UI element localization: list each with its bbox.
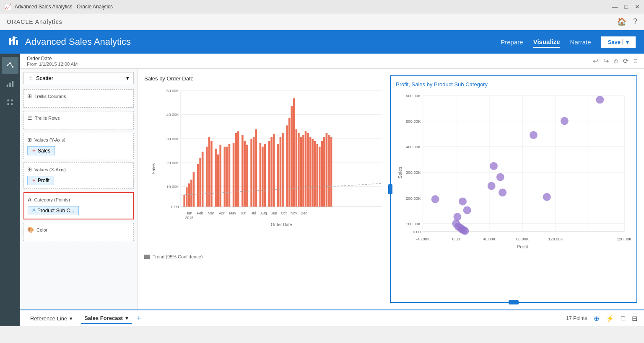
svg-text:200.00K: 200.00K [406,196,421,201]
svg-text:30.00K: 30.00K [166,137,179,141]
lightning-icon[interactable]: ⚡ [606,315,614,322]
nav-visualize[interactable]: Visualize [533,36,560,48]
svg-text:40.00K: 40.00K [166,113,179,117]
svg-text:100.00K: 100.00K [406,222,421,226]
svg-rect-28 [183,195,185,207]
svg-rect-45 [233,143,235,206]
chart-type-label: Scatter [36,75,53,81]
redo-icon[interactable]: ↪ [603,57,609,65]
svg-rect-34 [199,158,201,207]
scatter-chart-svg: Sales [396,91,631,250]
analytics-icon[interactable]: ⊕ [594,315,599,322]
sidebar-icon-charts[interactable] [2,75,18,92]
svg-text:120.00K: 120.00K [617,237,631,241]
resize-handle-bottom[interactable] [509,300,519,304]
svg-rect-39 [215,149,217,207]
svg-rect-8 [7,85,8,87]
help-icon[interactable]: ? [633,17,637,26]
save-dropdown-arrow[interactable]: ▾ [622,39,629,45]
svg-point-133 [488,182,496,190]
category-points-section: A Category (Points) A Product Sub C... [23,192,134,219]
profit-chip[interactable]: ✦ Profit [27,176,54,185]
svg-rect-41 [219,145,221,207]
right-chart: Profit, Sales by Product Sub Category Sa… [390,75,637,303]
svg-rect-36 [206,147,208,206]
reference-line-dropdown[interactable]: ▾ [70,315,73,322]
toolbar-right: ↩ ↪ ⎋ ⟳ ≡ [593,57,637,65]
svg-rect-65 [291,106,293,206]
svg-point-143 [461,227,469,235]
nav-narrate[interactable]: Narrate [570,37,591,47]
trellis-rows-icon: ☰ [27,115,32,121]
window-controls[interactable]: — □ ✕ [612,3,640,10]
home-icon[interactable]: 🏠 [617,17,626,26]
trellis-rows-label: Trellis Rows [35,116,60,121]
svg-rect-80 [326,133,328,207]
sidebar-icon-data[interactable] [2,57,18,74]
save-button[interactable]: Save ▾ [601,36,636,48]
svg-point-11 [7,103,9,105]
svg-point-144 [431,195,439,203]
svg-rect-54 [260,143,262,206]
svg-rect-47 [237,131,239,206]
nav-prepare[interactable]: Prepare [501,37,523,47]
refresh-icon[interactable]: ⟳ [623,57,628,65]
svg-rect-37 [208,137,210,206]
category-label: Category (Points) [34,197,70,202]
chart-type-selector[interactable]: ⁘ Scatter ▾ [23,72,134,84]
chart-area: Sales by Order Date Sales [138,69,644,309]
app-title-area: Advanced Sales Analytics [8,35,131,49]
trend-label: Trend (95% Confidence) [153,254,203,259]
title-bar: 📈 Advanced Sales Analytics - Oracle Anal… [0,0,644,13]
oracle-header-icons: 🏠 ? [617,17,637,26]
sales-forecast-tab[interactable]: Sales Forecast ▾ [81,313,132,324]
svg-text:Nov: Nov [291,211,297,215]
bottom-bar-right: 17 Points ⊕ ⚡ □ ⊟ [566,315,637,322]
svg-rect-67 [296,129,298,207]
menu-icon[interactable]: ≡ [634,57,637,65]
svg-rect-74 [312,139,314,207]
undo-icon[interactable]: ↩ [593,57,598,65]
share-icon[interactable]: ⎋ [614,57,618,65]
add-tab-button[interactable]: + [137,314,141,323]
trellis-rows-section: ☰ Trellis Rows [23,111,134,129]
svg-text:0.00: 0.00 [452,237,460,241]
panel-area: ⁘ Scatter ▾ ⊞ Trellis Columns ☰ [20,69,644,309]
svg-text:600.00K: 600.00K [406,93,421,98]
maximize-button[interactable]: □ [625,3,628,10]
svg-rect-51 [250,139,252,207]
oracle-header: ORACLE Analytics 🏠 ? [0,13,644,30]
resize-handle-left[interactable] [388,184,392,194]
sidebar-icon-analytics[interactable] [2,94,18,111]
reference-line-tab[interactable]: Reference Line ▾ [27,314,76,323]
layout-icon-1[interactable]: □ [621,315,625,322]
svg-rect-52 [253,137,255,206]
svg-text:Feb: Feb [197,211,203,215]
values-x-section: ⊞ Values (X-Axis) ✦ Profit [23,162,134,189]
trend-box [144,255,150,259]
svg-rect-60 [277,144,279,207]
svg-point-131 [490,162,498,170]
svg-text:500.00K: 500.00K [406,119,421,124]
svg-point-135 [459,197,467,205]
close-button[interactable]: ✕ [635,3,640,10]
svg-text:Order Date: Order Date [271,222,292,227]
product-sub-chip[interactable]: A Product Sub C... [28,206,79,215]
layout-icon-2[interactable]: ⊟ [632,315,637,322]
svg-point-12 [11,99,13,101]
minimize-button[interactable]: — [612,3,618,10]
svg-rect-10 [12,81,14,87]
left-panel: ⁘ Scatter ▾ ⊞ Trellis Columns ☰ [20,69,138,309]
svg-rect-38 [210,141,213,206]
sales-chip[interactable]: ✦ Sales [27,146,55,155]
svg-text:50.00K: 50.00K [166,89,179,93]
svg-rect-32 [193,172,195,206]
svg-rect-53 [255,129,257,207]
sales-forecast-dropdown[interactable]: ▾ [125,315,128,321]
svg-rect-31 [190,180,192,207]
svg-text:Jan: Jan [186,211,192,215]
values-x-icon: ⊞ [27,166,32,173]
svg-line-7 [10,63,13,67]
svg-rect-30 [188,183,190,206]
left-chart: Sales by Order Date Sales [144,75,390,303]
